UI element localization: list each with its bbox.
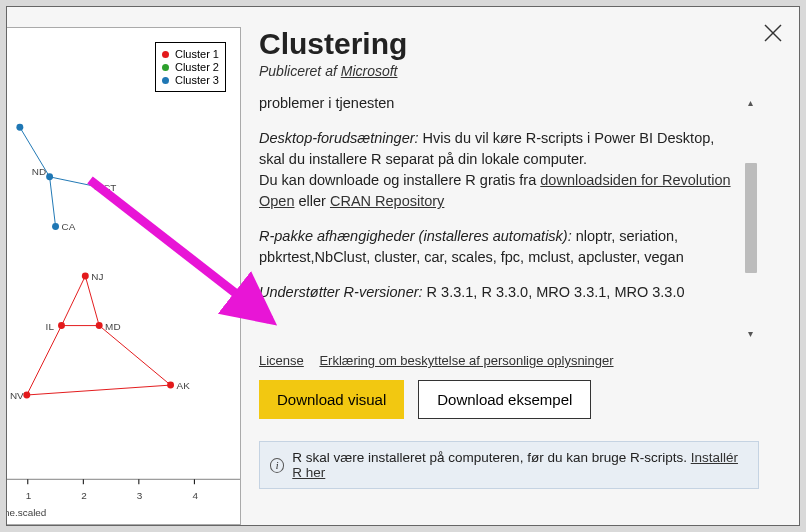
svg-text:CA: CA <box>61 221 75 232</box>
svg-point-16 <box>82 273 89 280</box>
svg-point-22 <box>23 392 30 399</box>
publisher-prefix: Publiceret af <box>259 63 341 79</box>
svg-point-10 <box>46 173 53 180</box>
svg-text:1: 1 <box>26 490 32 501</box>
svg-line-7 <box>50 177 98 187</box>
legend-dot-icon <box>162 77 169 84</box>
publisher-line: Publiceret af Microsoft <box>259 63 759 79</box>
svg-line-5 <box>99 326 170 386</box>
svg-text:CT: CT <box>103 182 116 193</box>
close-icon <box>761 21 785 45</box>
legal-links: License Erklæring om beskyttelse af pers… <box>259 353 759 368</box>
svg-text:AK: AK <box>177 380 191 391</box>
svg-text:2: 2 <box>81 490 87 501</box>
svg-point-20 <box>96 322 103 329</box>
legend-label: Cluster 3 <box>175 74 219 86</box>
legend-label: Cluster 2 <box>175 61 219 73</box>
svg-line-8 <box>50 177 56 227</box>
desktop-heading: Desktop-forudsætninger: <box>259 130 419 146</box>
privacy-link[interactable]: Erklæring om beskyttelse af personlige o… <box>319 353 613 368</box>
svg-line-2 <box>85 276 99 326</box>
rpkg-heading: R-pakke afhængigheder (installeres autom… <box>259 228 572 244</box>
legend-label: Cluster 1 <box>175 48 219 60</box>
svg-text:NV: NV <box>10 390 24 401</box>
svg-text:MD: MD <box>105 321 120 332</box>
license-link[interactable]: License <box>259 353 304 368</box>
svg-line-4 <box>27 326 62 395</box>
legend-dot-icon <box>162 51 169 58</box>
svg-point-14 <box>94 183 101 190</box>
info-icon: i <box>270 458 284 473</box>
legend-dot-icon <box>162 64 169 71</box>
svg-text:4: 4 <box>192 490 198 501</box>
legend-item: Cluster 1 <box>162 48 219 60</box>
svg-text:ND: ND <box>32 166 46 177</box>
scrollbar[interactable]: ▴ ▾ <box>741 93 759 343</box>
scroll-down-icon[interactable]: ▾ <box>748 328 753 339</box>
details-panel: Clustering Publiceret af Microsoft probl… <box>241 7 799 525</box>
modal-dialog: ND CA CT NJ IL MD NV AK 1 2 3 4 ne.scale… <box>6 6 800 526</box>
svg-text:IL: IL <box>46 321 55 332</box>
chart-preview: ND CA CT NJ IL MD NV AK 1 2 3 4 ne.scale… <box>6 27 241 525</box>
action-buttons: Download visual Download eksempel <box>259 380 759 419</box>
info-banner: i R skal være installeret på computeren,… <box>259 441 759 489</box>
svg-point-24 <box>167 382 174 389</box>
download-sample-button[interactable]: Download eksempel <box>418 380 591 419</box>
svg-line-1 <box>62 276 86 326</box>
svg-text:3: 3 <box>137 490 143 501</box>
chart-legend: Cluster 1 Cluster 2 Cluster 3 <box>155 42 226 92</box>
description-scroll-area: problemer i tjenesten Desktop-forudsætni… <box>259 93 759 343</box>
description-text[interactable]: problemer i tjenesten Desktop-forudsætni… <box>259 93 759 343</box>
legend-item: Cluster 3 <box>162 74 219 86</box>
scroll-thumb[interactable] <box>745 163 757 273</box>
publisher-link[interactable]: Microsoft <box>341 63 398 79</box>
svg-point-12 <box>52 223 59 230</box>
download-visual-button[interactable]: Download visual <box>259 380 404 419</box>
svg-point-18 <box>58 322 65 329</box>
scroll-up-icon[interactable]: ▴ <box>748 97 753 108</box>
legend-item: Cluster 2 <box>162 61 219 73</box>
cran-link[interactable]: CRAN Repository <box>330 193 444 209</box>
close-button[interactable] <box>761 21 785 45</box>
cluster-scatter-chart: ND CA CT NJ IL MD NV AK 1 2 3 4 ne.scale… <box>6 28 240 524</box>
svg-line-0 <box>27 385 171 395</box>
svg-point-9 <box>16 124 23 131</box>
visual-title: Clustering <box>259 27 759 61</box>
x-axis-label: ne.scaled <box>6 507 46 518</box>
info-text: R skal være installeret på computeren, f… <box>292 450 690 465</box>
svg-text:NJ: NJ <box>91 271 103 282</box>
rver-heading: Understøtter R-versioner: <box>259 284 423 300</box>
